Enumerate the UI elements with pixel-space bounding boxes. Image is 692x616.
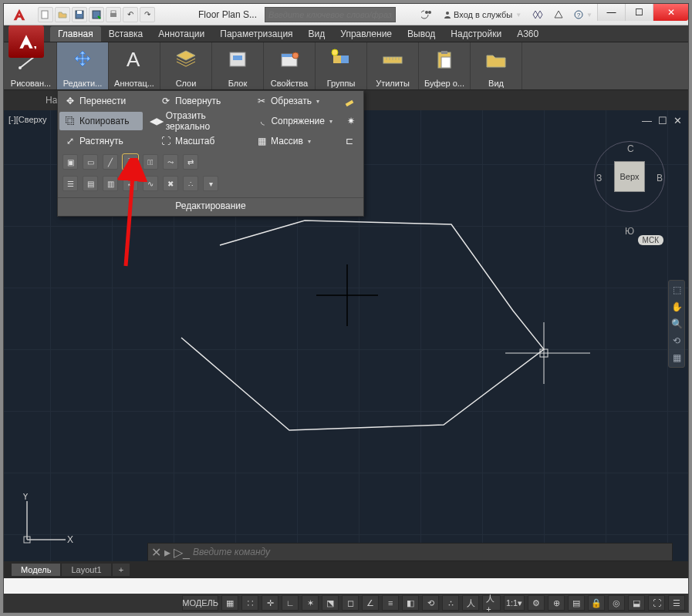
close-button[interactable]: ✕ (653, 4, 688, 21)
exchange-icon[interactable] (529, 7, 546, 22)
status-autoscale-icon[interactable]: 人+ (482, 595, 501, 611)
status-annoscale-icon[interactable]: ⛬ (442, 595, 459, 611)
edit-trim[interactable]: ✂Обрезать▾ (251, 92, 336, 110)
edit-scale[interactable]: ⛶Масштаб (155, 132, 248, 150)
mini-delete-icon[interactable]: ✖ (163, 176, 178, 191)
panel-groups[interactable]: Группы (316, 42, 367, 89)
panel-layers[interactable]: Слои (160, 42, 212, 89)
mini-divide-icon[interactable]: ╱ (103, 154, 118, 170)
viewcube[interactable]: С В З Верх Ю (592, 141, 667, 226)
nav-showmotion-icon[interactable]: ▦ (670, 352, 683, 364)
wcs-badge[interactable]: МСК (638, 235, 663, 245)
status-lineweight-icon[interactable]: ≡ (382, 595, 399, 611)
infocenter-icon[interactable] (418, 7, 435, 22)
a360-icon[interactable] (551, 7, 566, 22)
tab-annotations[interactable]: Аннотации (150, 26, 212, 42)
command-input[interactable] (193, 547, 669, 557)
tab-parametric[interactable]: Параметризация (212, 26, 300, 42)
panel-utilities[interactable]: Утилиты (367, 42, 419, 89)
tab-a360[interactable]: A360 (509, 26, 546, 42)
mini-pedit-icon[interactable]: ⤾ (123, 176, 138, 191)
viewcube-top-face[interactable]: Верх (614, 161, 645, 192)
mini-dropdown-icon[interactable]: ▾ (203, 176, 218, 191)
qat-new-icon[interactable] (38, 7, 53, 22)
viewcube-south[interactable]: Ю (625, 226, 634, 237)
edit-fillet[interactable]: ◟Сопряжение▾ (252, 112, 337, 130)
status-infer-icon[interactable]: ✛ (262, 595, 278, 611)
mini-breakpoint-icon[interactable]: ⌒̸ (143, 154, 158, 170)
status-otrack-icon[interactable]: ∠ (362, 595, 379, 611)
viewcube-north[interactable]: С (627, 143, 634, 154)
mini-join-icon[interactable]: ⤳ (163, 154, 178, 170)
status-units-icon[interactable]: ⊕ (548, 595, 565, 611)
tab-output[interactable]: Вывод (400, 26, 443, 42)
panel-view[interactable]: Вид (471, 42, 522, 89)
status-grid-icon[interactable]: ▦ (221, 595, 238, 611)
status-cycle-icon[interactable]: ⟲ (422, 595, 439, 611)
edit-copy[interactable]: ⿻Копировать (59, 112, 143, 130)
edit-move[interactable]: ✥Перенести (59, 92, 152, 110)
nav-orbit-icon[interactable]: ⟲ (670, 335, 683, 347)
mini-overkill-icon[interactable]: ∴ (183, 176, 198, 191)
status-transparency-icon[interactable]: ◧ (402, 595, 419, 611)
command-line[interactable]: ✕ ▸ ▷_ (147, 543, 673, 561)
minimize-button[interactable]: — (597, 4, 625, 21)
tab-layout1[interactable]: Layout1 (62, 564, 110, 576)
edit-rotate[interactable]: ⟳Повернуть (155, 92, 248, 110)
edit-explode[interactable]: ✷ (340, 112, 362, 130)
app-menu-button[interactable]: ▾ (8, 25, 44, 58)
qat-open-icon[interactable] (55, 7, 70, 22)
cmd-options-icon[interactable]: ▸ (164, 545, 170, 560)
nav-zoom-icon[interactable]: 🔍 (670, 318, 683, 330)
status-hardware-icon[interactable]: ⬓ (628, 595, 645, 611)
panel-edit[interactable]: Редакти... (57, 42, 109, 89)
status-annovisibility-icon[interactable]: 人 (462, 595, 479, 611)
edit-mirror[interactable]: ◀▶Отразить зеркально (146, 112, 249, 130)
panel-properties[interactable]: Свойства (264, 42, 316, 89)
status-gear-icon[interactable]: ⚙ (528, 595, 545, 611)
panel-clipboard[interactable]: Буфер о... (419, 42, 471, 89)
cmd-close-icon[interactable]: ✕ (151, 545, 161, 560)
status-ortho-icon[interactable]: ∟ (282, 595, 299, 611)
mini-reverse-icon[interactable]: ⇄ (183, 154, 198, 170)
qat-print-icon[interactable] (106, 7, 121, 22)
tab-view[interactable]: Вид (301, 26, 333, 42)
nav-fullnav-icon[interactable]: ⬚ (670, 284, 683, 296)
app-logo[interactable] (4, 4, 35, 25)
nav-pan-icon[interactable]: ✋ (670, 301, 683, 313)
status-snap-icon[interactable]: ⸬ (241, 595, 258, 611)
tab-insert[interactable]: Вставка (101, 26, 151, 42)
edit-stretch[interactable]: ⤢Растянуть (59, 132, 152, 150)
status-isolate-icon[interactable]: ◎ (608, 595, 625, 611)
mini-blend-icon[interactable]: ∿ (143, 176, 158, 191)
status-model-button[interactable]: МОДЕЛЬ (182, 595, 218, 611)
viewcube-east[interactable]: В (657, 173, 663, 183)
keyword-search-input[interactable] (265, 7, 396, 22)
qat-save-icon[interactable] (72, 7, 87, 22)
viewcube-west[interactable]: З (596, 173, 602, 183)
tab-manage[interactable]: Управление (332, 26, 400, 42)
edit-erase[interactable] (339, 92, 362, 110)
status-customize-icon[interactable]: ☰ (668, 595, 685, 611)
tab-add-layout[interactable]: + (113, 564, 130, 576)
mini-setbase-icon[interactable]: ▣ (62, 154, 78, 170)
status-iso-icon[interactable]: ⬔ (322, 595, 339, 611)
tab-model[interactable]: Модель (12, 564, 60, 576)
status-cleanscreen-icon[interactable]: ⛶ (648, 595, 665, 611)
mini-copyprops-icon[interactable]: ☰ (62, 176, 78, 191)
tab-home[interactable]: Главная (50, 26, 101, 42)
status-quickprops-icon[interactable]: ▤ (568, 595, 585, 611)
panel-annotation[interactable]: A Аннотац... (109, 42, 160, 89)
maximize-button[interactable]: ☐ (625, 4, 653, 21)
edit-offset[interactable]: ⊏ (339, 132, 362, 150)
qat-redo-icon[interactable]: ↷ (140, 7, 155, 22)
status-lockui-icon[interactable]: 🔒 (588, 595, 605, 611)
mini-break-icon[interactable]: ⌒ (123, 154, 138, 170)
status-scale-button[interactable]: 1:1▾ (504, 595, 525, 611)
mini-align-icon[interactable]: ▤ (83, 176, 98, 191)
mini-clip-icon[interactable]: ▭ (83, 154, 98, 170)
help-icon[interactable]: ?▼ (571, 7, 596, 22)
panel-block[interactable]: Блок (212, 42, 264, 89)
qat-saveas-icon[interactable] (89, 7, 104, 22)
qat-undo-icon[interactable]: ↶ (123, 7, 138, 22)
